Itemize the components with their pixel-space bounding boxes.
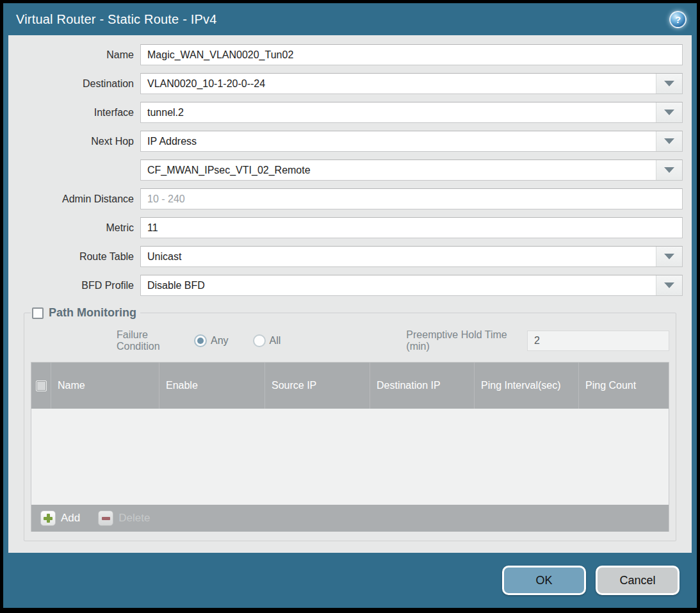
path-monitoring-checkbox[interactable] xyxy=(32,307,44,319)
next-hop-type-input[interactable] xyxy=(140,131,683,152)
next-hop-address-input[interactable] xyxy=(140,159,683,181)
cancel-button[interactable]: Cancel xyxy=(596,566,680,595)
path-monitoring-title: Path Monitoring xyxy=(49,306,136,320)
admin-distance-input[interactable] xyxy=(140,188,683,209)
route-table-label: Route Table xyxy=(17,251,140,263)
bfd-profile-dropdown-button[interactable] xyxy=(656,275,682,295)
metric-label: Metric xyxy=(17,222,140,234)
table-body-empty xyxy=(31,409,669,505)
minus-icon xyxy=(98,511,113,526)
route-table-input[interactable] xyxy=(140,246,683,267)
bfd-profile-row: BFD Profile xyxy=(17,275,683,296)
preemptive-hold-time-input[interactable] xyxy=(527,331,669,351)
chevron-down-icon xyxy=(664,110,674,115)
failure-condition-row: Failure Condition Any All Preemptive Hol… xyxy=(31,330,669,352)
table-toolbar: Add Delete xyxy=(31,505,669,532)
table-header-checkbox-cell xyxy=(31,363,51,409)
chevron-down-icon xyxy=(664,138,674,144)
route-table-row: Route Table xyxy=(17,246,683,267)
next-hop-type-row: Next Hop xyxy=(17,131,683,152)
route-table-field xyxy=(140,246,683,267)
help-icon[interactable]: ? xyxy=(669,11,687,28)
destination-label: Destination xyxy=(17,78,140,90)
column-header-name[interactable]: Name xyxy=(51,363,159,409)
bfd-profile-field xyxy=(140,275,683,296)
radio-all-label: All xyxy=(270,335,281,347)
interface-row: Interface xyxy=(17,102,683,123)
add-button-label: Add xyxy=(61,512,80,525)
name-input[interactable] xyxy=(140,44,683,65)
admin-distance-label: Admin Distance xyxy=(17,193,140,205)
next-hop-label: Next Hop xyxy=(17,136,140,147)
table-header-row: Name Enable Source IP Destination IP Pin… xyxy=(31,363,669,409)
failure-condition-all-option: All xyxy=(253,334,298,347)
metric-row: Metric xyxy=(17,217,683,238)
delete-button: Delete xyxy=(98,511,150,526)
dialog-content: Name Destination Interface xyxy=(8,35,692,553)
radio-any-label: Any xyxy=(211,335,229,347)
path-monitoring-legend: Path Monitoring xyxy=(31,306,140,320)
screen-background: Virtual Router - Static Route - IPv4 ? N… xyxy=(0,0,700,613)
chevron-down-icon xyxy=(664,167,674,173)
radio-any[interactable] xyxy=(194,334,207,347)
next-hop-type-field xyxy=(140,131,683,152)
plus-icon xyxy=(40,511,56,526)
interface-input[interactable] xyxy=(140,102,683,123)
destination-field xyxy=(140,73,683,94)
metric-input[interactable] xyxy=(140,217,683,238)
destination-dropdown-button[interactable] xyxy=(656,74,682,94)
route-table-dropdown-button[interactable] xyxy=(656,247,682,266)
path-monitoring-section: Path Monitoring Failure Condition Any Al… xyxy=(24,306,676,541)
chevron-down-icon xyxy=(664,81,674,86)
next-hop-address-field xyxy=(140,159,683,181)
next-hop-type-dropdown-button[interactable] xyxy=(656,131,682,151)
delete-button-label: Delete xyxy=(118,512,150,525)
destination-row: Destination xyxy=(17,73,683,94)
ok-button[interactable]: OK xyxy=(502,566,586,595)
column-header-source-ip[interactable]: Source IP xyxy=(265,363,370,409)
dialog-title: Virtual Router - Static Route - IPv4 xyxy=(16,12,217,27)
path-monitoring-table: Name Enable Source IP Destination IP Pin… xyxy=(31,362,669,532)
interface-field xyxy=(140,102,683,123)
column-header-destination-ip[interactable]: Destination IP xyxy=(370,363,474,409)
column-header-enable[interactable]: Enable xyxy=(159,363,265,409)
name-field xyxy=(140,44,683,65)
dialog-titlebar: Virtual Router - Static Route - IPv4 ? xyxy=(3,3,697,35)
chevron-down-icon xyxy=(664,282,674,288)
column-header-ping-interval[interactable]: Ping Interval(sec) xyxy=(474,363,578,409)
dialog-footer: OK Cancel xyxy=(3,553,697,608)
metric-field xyxy=(140,217,683,238)
preemptive-hold-time-label: Preemptive Hold Time (min) xyxy=(406,329,521,352)
failure-condition-label: Failure Condition xyxy=(117,329,186,352)
next-hop-address-dropdown-button[interactable] xyxy=(656,160,682,180)
column-header-ping-count[interactable]: Ping Count xyxy=(578,363,669,409)
add-button[interactable]: Add xyxy=(40,511,80,526)
interface-label: Interface xyxy=(17,107,140,119)
interface-dropdown-button[interactable] xyxy=(656,102,682,122)
select-all-checkbox[interactable] xyxy=(36,380,47,391)
destination-input[interactable] xyxy=(140,73,683,94)
failure-condition-any-option: Any xyxy=(194,334,245,347)
name-row: Name xyxy=(17,44,683,65)
chevron-down-icon xyxy=(664,254,674,259)
radio-all[interactable] xyxy=(253,334,266,347)
bfd-profile-label: BFD Profile xyxy=(17,280,140,291)
name-label: Name xyxy=(17,49,140,61)
bfd-profile-input[interactable] xyxy=(140,275,683,296)
admin-distance-field xyxy=(140,188,683,209)
static-route-dialog: Virtual Router - Static Route - IPv4 ? N… xyxy=(3,3,697,608)
next-hop-address-row xyxy=(17,159,683,181)
admin-distance-row: Admin Distance xyxy=(17,188,683,209)
